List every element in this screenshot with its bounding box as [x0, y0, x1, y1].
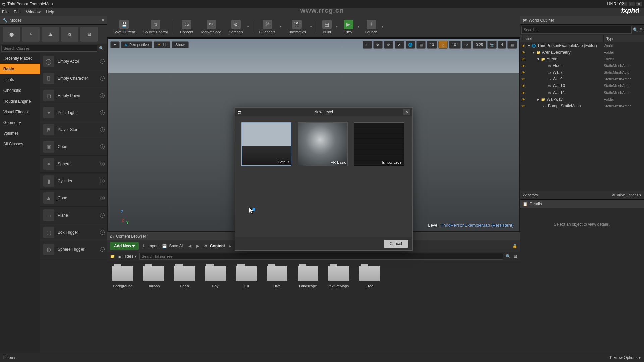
snap-pos-toggle[interactable]: ▦: [416, 41, 426, 49]
menu-help[interactable]: Help: [46, 10, 54, 14]
actor-empty-pawn[interactable]: ◻Empty Pawni: [40, 87, 107, 104]
place-mode-icon[interactable]: ⬤: [3, 27, 20, 42]
blueprints-dropdown[interactable]: ▾: [279, 25, 283, 28]
folder-bees[interactable]: Bees: [174, 266, 195, 288]
outliner-row-wall10[interactable]: 👁▭Wall10StaticMeshActor: [520, 82, 644, 89]
actor-plane[interactable]: ▭Planei: [40, 207, 107, 224]
viewport-options-dropdown[interactable]: ▾: [110, 41, 120, 48]
modes-tab[interactable]: 🔧 Modes ✕: [0, 16, 107, 25]
landscape-mode-icon[interactable]: ⛰: [42, 27, 59, 42]
save-current-button[interactable]: 💾Save Current: [110, 18, 139, 35]
settings-button[interactable]: ⚙Settings: [226, 18, 246, 35]
folder-hive[interactable]: Hive: [266, 266, 288, 288]
modes-search-input[interactable]: [1, 45, 97, 52]
nav-back-button[interactable]: ◀: [187, 244, 193, 248]
content-button[interactable]: 🗂Content: [177, 18, 197, 35]
view-grid-icon[interactable]: ▦: [514, 254, 517, 259]
outliner-row-bump-staticmesh[interactable]: 👁▭Bump_StaticMeshStaticMeshActor: [520, 103, 644, 109]
folder-tree[interactable]: Tree: [359, 266, 380, 288]
outliner-row-thirdpersonexamplemap-editor-[interactable]: 👁▾🌐ThirdPersonExampleMap (Editor)World: [520, 42, 644, 49]
breadcrumb-root[interactable]: Content: [210, 244, 225, 248]
transform-select-icon[interactable]: ↔: [363, 41, 372, 49]
visibility-icon[interactable]: 👁: [520, 104, 527, 108]
visibility-icon[interactable]: 👁: [520, 98, 527, 101]
transform-scale-icon[interactable]: ⤢: [395, 41, 404, 49]
visibility-icon[interactable]: 👁: [520, 57, 527, 61]
details-tab[interactable]: 📋 Details: [520, 200, 644, 208]
maximize-button[interactable]: ▢: [629, 2, 635, 6]
info-icon[interactable]: i: [100, 247, 105, 252]
build-dropdown[interactable]: ▾: [335, 25, 339, 28]
outliner-row-wall9[interactable]: 👁▭Wall9StaticMeshActor: [520, 76, 644, 82]
actor-cone[interactable]: ▲Conei: [40, 190, 107, 207]
modes-category-volumes[interactable]: Volumes: [0, 128, 40, 139]
visibility-icon[interactable]: 👁: [520, 51, 527, 54]
actor-player-start[interactable]: ⚑Player Starti: [40, 121, 107, 138]
actor-cylinder[interactable]: ▮Cylinderi: [40, 173, 107, 190]
outliner-row-walkway[interactable]: 👁▸📁WalkwayFolder: [520, 96, 644, 103]
marketplace-button[interactable]: 🛍Marketplace: [198, 18, 225, 35]
visibility-icon[interactable]: 👁: [520, 71, 527, 74]
outliner-row-arena[interactable]: 👁▾📁ArenaFolder: [520, 56, 644, 62]
viewport-lit-dropdown[interactable]: ☀Lit: [154, 41, 170, 48]
save-all-button[interactable]: 💾Save All: [162, 244, 183, 248]
info-icon[interactable]: i: [100, 127, 105, 132]
modes-category-lights[interactable]: Lights: [0, 74, 40, 85]
filters-button[interactable]: ▣ Filters ▾: [118, 254, 137, 259]
folder-background[interactable]: Background: [112, 266, 133, 288]
add-new-button[interactable]: Add New ▾: [110, 242, 139, 250]
visibility-icon[interactable]: 👁: [520, 77, 527, 81]
outliner-row-arenageometry[interactable]: 👁▾📁ArenaGeometryFolder: [520, 49, 644, 56]
info-icon[interactable]: i: [100, 230, 105, 235]
expand-icon[interactable]: ▾: [533, 50, 535, 55]
transform-move-icon[interactable]: ✥: [373, 41, 383, 49]
modes-category-geometry[interactable]: Geometry: [0, 117, 40, 128]
viewport-maximize-icon[interactable]: ▦: [507, 41, 517, 49]
expand-icon[interactable]: ▸: [537, 97, 539, 102]
level-template-vr-basic[interactable]: VR-Basic: [298, 122, 348, 166]
actor-empty-actor[interactable]: ◯Empty Actori: [40, 53, 107, 70]
close-button[interactable]: ✕: [636, 2, 642, 6]
modes-category-all-classes[interactable]: All Classes: [0, 139, 40, 149]
dialog-title-bar[interactable]: ◓ New Level ✕: [235, 108, 412, 116]
info-icon[interactable]: i: [100, 196, 105, 200]
build-button[interactable]: ▤Build: [319, 18, 335, 35]
modes-category-houdini-engine[interactable]: Houdini Engine: [0, 96, 40, 107]
modes-category-recently-placed[interactable]: Recently Placed: [0, 53, 40, 64]
cinematics-button[interactable]: 🎬Cinematics: [284, 18, 309, 35]
visibility-icon[interactable]: 👁: [520, 64, 527, 68]
actor-point-light[interactable]: ✦Point Lighti: [40, 104, 107, 121]
visibility-icon[interactable]: 👁: [520, 44, 527, 48]
menu-window[interactable]: Window: [26, 10, 41, 14]
settings-dropdown[interactable]: ▾: [246, 25, 250, 28]
info-icon[interactable]: i: [100, 59, 105, 64]
launch-button[interactable]: ⤴Launch: [362, 18, 381, 35]
level-template-empty-level[interactable]: Empty Level: [354, 122, 404, 166]
visibility-icon[interactable]: 👁: [520, 91, 527, 95]
info-icon[interactable]: i: [100, 213, 105, 218]
paint-mode-icon[interactable]: ✎: [22, 27, 40, 42]
outliner-search-input[interactable]: [521, 26, 632, 34]
coord-space-icon[interactable]: 🌐: [406, 41, 415, 49]
snap-rot-value[interactable]: 10°: [449, 41, 461, 49]
close-tab-icon[interactable]: ✕: [101, 18, 105, 23]
filter-icon[interactable]: ⊕: [639, 27, 643, 32]
modes-category-cinematic[interactable]: Cinematic: [0, 85, 40, 96]
info-icon[interactable]: i: [100, 93, 105, 98]
expand-icon[interactable]: ▾: [537, 57, 539, 61]
transform-rotate-icon[interactable]: ⟳: [384, 41, 393, 49]
outliner-view-options[interactable]: 👁 View Options ▾: [612, 193, 641, 197]
snap-scale-toggle[interactable]: ↗: [462, 41, 471, 49]
snap-pos-value[interactable]: 10: [427, 41, 437, 49]
folder-balloon[interactable]: Balloon: [143, 266, 164, 288]
lock-icon[interactable]: 🔒: [512, 244, 517, 248]
info-icon[interactable]: i: [100, 76, 105, 81]
outliner-header-label[interactable]: Label: [520, 35, 604, 42]
search-icon[interactable]: 🔍: [97, 46, 106, 51]
actor-box-trigger[interactable]: ▢Box Triggeri: [40, 224, 107, 241]
play-dropdown[interactable]: ▾: [357, 25, 361, 28]
foliage-mode-icon[interactable]: ✿: [61, 27, 78, 42]
nav-forward-button[interactable]: ▶: [195, 244, 201, 248]
actor-cube[interactable]: ▣Cubei: [40, 138, 107, 156]
info-icon[interactable]: i: [100, 179, 105, 183]
